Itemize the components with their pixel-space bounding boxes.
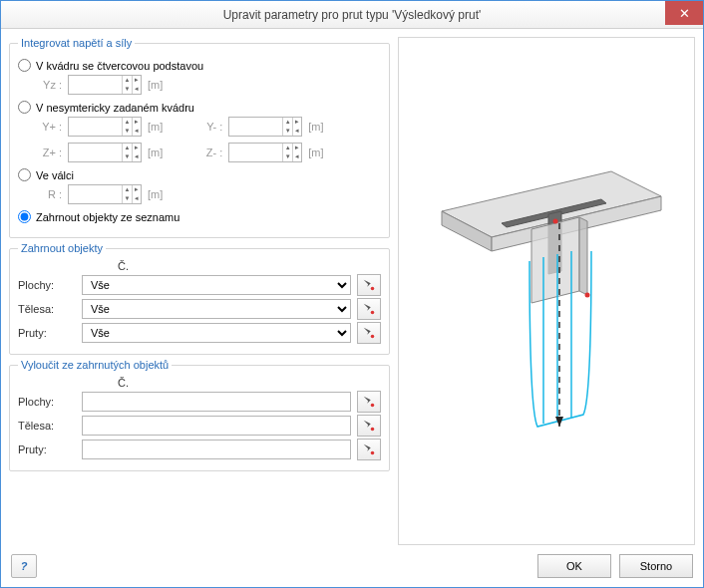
radio-cylinder-label: Ve válci — [36, 169, 74, 181]
help-button[interactable]: ? — [11, 554, 37, 578]
ok-button[interactable]: OK — [537, 554, 611, 578]
unit-yplus: [m] — [148, 121, 163, 133]
close-icon: ✕ — [679, 6, 690, 21]
radio-square-cuboid[interactable] — [18, 59, 31, 72]
exclude-solids-label: Tělesa: — [18, 420, 76, 432]
spin-down-icon[interactable]: ▼ — [123, 85, 132, 94]
svg-point-3 — [371, 404, 375, 408]
picker-icon — [362, 419, 376, 433]
include-members-select[interactable]: Vše — [82, 323, 351, 343]
exclude-members-input[interactable] — [82, 440, 351, 459]
radio-asym-cuboid-label: V nesymtericky zadaném kvádru — [36, 102, 194, 114]
include-col-header: Č. — [118, 260, 381, 272]
unit-r: [m] — [148, 188, 163, 200]
group-exclude-legend: Vyloučit ze zahrnutých objektů — [18, 359, 172, 371]
pick-surfaces-button[interactable] — [357, 274, 381, 296]
input-zplus[interactable]: ▲▼▸◂ — [68, 143, 142, 162]
group-include: Zahrnout objekty Č. Plochy: Vše Tělesa: … — [9, 242, 390, 355]
label-r: R : — [36, 188, 62, 200]
radio-cylinder[interactable] — [18, 168, 31, 181]
radio-from-list-label: Zahrnout objekty ze seznamu — [36, 211, 179, 223]
group-exclude: Vyloučit ze zahrnutých objektů Č. Plochy… — [9, 359, 390, 471]
label-yminus: Y- : — [196, 121, 222, 133]
input-zminus[interactable]: ▲▼▸◂ — [228, 143, 302, 162]
include-solids-select[interactable]: Vše — [82, 299, 351, 319]
unit-yminus: [m] — [308, 121, 323, 133]
label-zminus: Z- : — [196, 147, 222, 158]
preview-3d-icon — [412, 112, 681, 470]
group-integrate-legend: Integrovat napětí a síly — [18, 37, 135, 49]
cancel-button[interactable]: Storno — [619, 554, 693, 578]
svg-marker-11 — [531, 217, 579, 303]
step-right-icon[interactable]: ▸ — [133, 76, 141, 85]
label-yz: Yz : — [36, 79, 62, 91]
spin-up-icon[interactable]: ▲ — [123, 76, 132, 85]
window-title: Upravit parametry pro prut typu 'Výsledk… — [223, 8, 482, 22]
picker-icon — [362, 326, 376, 340]
include-surfaces-select[interactable]: Vše — [82, 275, 351, 295]
group-include-legend: Zahrnout objekty — [18, 242, 106, 254]
svg-point-0 — [371, 287, 375, 291]
pick-solids-button[interactable] — [357, 298, 381, 320]
svg-point-5 — [371, 451, 375, 455]
exclude-surfaces-input[interactable] — [82, 392, 351, 412]
help-icon: ? — [21, 560, 28, 572]
unit-yz: [m] — [148, 79, 163, 91]
exclude-solids-input[interactable] — [82, 416, 351, 436]
input-yminus[interactable]: ▲▼▸◂ — [228, 117, 302, 137]
preview-pane[interactable] — [398, 37, 695, 545]
input-yplus[interactable]: ▲▼▸◂ — [68, 117, 142, 137]
picker-icon — [362, 302, 376, 316]
exclude-col-header: Č. — [118, 377, 381, 389]
include-solids-label: Tělesa: — [18, 303, 76, 315]
svg-point-2 — [371, 335, 375, 339]
unit-zplus: [m] — [148, 147, 163, 158]
radio-from-list[interactable] — [18, 210, 31, 223]
svg-point-4 — [371, 428, 375, 432]
svg-point-13 — [553, 219, 558, 224]
label-zplus: Z+ : — [36, 147, 62, 158]
dialog-footer: ? OK Storno — [1, 545, 703, 587]
group-integrate: Integrovat napětí a síly V kvádru se čtv… — [9, 37, 390, 238]
pick-exclude-solids-button[interactable] — [357, 415, 381, 437]
label-yplus: Y+ : — [36, 121, 62, 133]
svg-marker-12 — [579, 217, 587, 295]
input-r[interactable]: ▲▼▸◂ — [68, 184, 142, 204]
picker-icon — [362, 278, 376, 292]
pick-members-button[interactable] — [357, 322, 381, 344]
include-surfaces-label: Plochy: — [18, 279, 76, 291]
picker-icon — [362, 395, 376, 409]
include-members-label: Pruty: — [18, 327, 76, 339]
radio-asym-cuboid[interactable] — [18, 101, 31, 114]
title-bar: Upravit parametry pro prut typu 'Výsledk… — [1, 1, 703, 29]
pick-exclude-members-button[interactable] — [357, 439, 381, 460]
radio-square-cuboid-label: V kvádru se čtvercovou podstavou — [36, 60, 203, 72]
svg-point-14 — [585, 293, 590, 298]
exclude-surfaces-label: Plochy: — [18, 396, 76, 408]
input-yz[interactable]: ▲▼ ▸◂ — [68, 75, 142, 95]
step-left-icon[interactable]: ◂ — [133, 85, 141, 94]
svg-point-1 — [371, 311, 375, 315]
close-button[interactable]: ✕ — [665, 1, 703, 25]
picker-icon — [362, 442, 376, 456]
exclude-members-label: Pruty: — [18, 443, 76, 455]
pick-exclude-surfaces-button[interactable] — [357, 391, 381, 413]
unit-zminus: [m] — [308, 147, 323, 158]
